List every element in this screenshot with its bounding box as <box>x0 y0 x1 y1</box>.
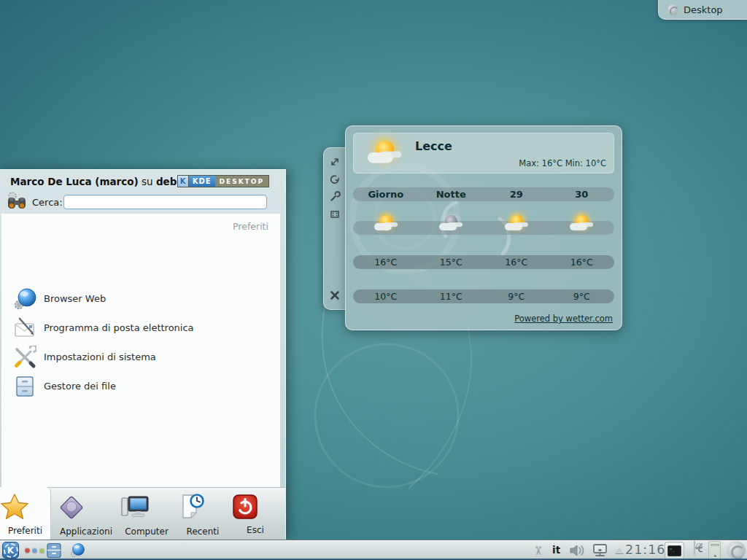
menu-item-system-settings[interactable]: Impostazioni di sistema <box>1 343 280 371</box>
favorites-section-label: Preferiti <box>233 221 268 232</box>
desktop-toolbox-button[interactable]: Desktop <box>658 0 747 20</box>
weather-credit-link[interactable]: Powered by wetter.com <box>514 314 613 324</box>
user-host-title: Marco De Luca (marco) su debian <box>10 176 194 187</box>
user-name: Marco De Luca (marco) <box>10 176 139 187</box>
weather-header-condition-icon <box>365 141 403 169</box>
user-separator: su <box>142 176 153 187</box>
kde-menu-button[interactable]: K <box>2 542 19 559</box>
panel-toolbox-cashew[interactable] <box>727 541 746 560</box>
search-label: Cerca: <box>32 197 63 208</box>
weather-col-date1: 29 <box>484 189 549 200</box>
weather-high-temps-row: 16°C 15°C 16°C 16°C <box>353 255 614 269</box>
recent-documents-icon <box>177 493 228 522</box>
kde-logo-icon: K <box>178 176 189 187</box>
tab-computer[interactable]: Computer <box>119 488 174 540</box>
email-icon <box>13 316 36 340</box>
tab-label: Esci <box>247 525 264 535</box>
tab-label: Applicazioni <box>60 526 112 537</box>
high-temp: 16°C <box>353 257 419 268</box>
badge-desktop-label: DESKTOP <box>215 178 268 185</box>
toolbox-label: Desktop <box>684 4 723 15</box>
applications-icon <box>57 493 115 522</box>
network-monitor-icon[interactable] <box>592 543 608 558</box>
rotate-icon[interactable] <box>328 173 341 186</box>
narrow-tray-widget[interactable] <box>708 541 721 560</box>
desktop-background: Desktop Lecce Max: 16°C Min: 10°C Giorno… <box>0 0 747 560</box>
kde-desktop-badge: K KDE DESKTOP <box>177 175 269 187</box>
green-dot-icon <box>39 548 44 553</box>
terminal-tray-icon[interactable]: >_ <box>665 542 684 559</box>
tray-expander-arrow-icon[interactable] <box>615 548 624 553</box>
high-temp: 16°C <box>549 257 615 268</box>
menu-item-label: Gestore dei file <box>44 381 116 392</box>
bottom-panel: K ✂ it <box>0 540 747 560</box>
weather-col-day: Giorno <box>353 189 419 200</box>
menu-item-label: Programma di posta elettronica <box>44 322 194 333</box>
high-temp: 15°C <box>419 257 484 268</box>
weather-low-temps-row: 10°C 11°C 9°C 9°C <box>353 289 614 303</box>
system-settings-icon <box>13 346 36 369</box>
launcher-content: Preferiti Browser Web <box>1 214 280 487</box>
maximize-icon[interactable] <box>328 208 341 221</box>
condition-icon-night <box>438 215 464 235</box>
tab-label: Recenti <box>187 526 220 537</box>
digital-clock[interactable]: 21:16 <box>625 542 665 557</box>
tab-favorites[interactable]: Preferiti <box>0 487 51 540</box>
menu-item-email[interactable]: Programma di posta elettronica <box>1 314 280 342</box>
cashew-icon <box>667 4 678 15</box>
tab-label: Preferiti <box>8 526 42 536</box>
klipper-scissors-icon[interactable]: ✂ <box>531 545 546 556</box>
search-input[interactable] <box>63 195 267 209</box>
kickoff-launcher: Marco De Luca (marco) su debian K KDE DE… <box>0 169 286 540</box>
close-icon[interactable] <box>328 289 341 302</box>
volume-speaker-icon[interactable] <box>570 545 587 556</box>
weather-col-date2: 30 <box>549 189 615 200</box>
web-browser-icon <box>13 287 36 311</box>
file-manager-launcher-icon[interactable] <box>46 542 62 559</box>
web-browser-launcher-icon[interactable] <box>69 542 85 559</box>
weather-tray-applet[interactable]: °C <box>690 541 706 560</box>
keyboard-layout-indicator[interactable]: it <box>552 544 560 556</box>
tab-recent[interactable]: Recenti <box>177 488 228 540</box>
plasmoid-handle[interactable] <box>323 147 346 310</box>
tab-label: Computer <box>125 526 169 537</box>
file-manager-icon <box>13 375 36 398</box>
red-dot-icon <box>25 548 30 553</box>
launcher-tabbar: Preferiti Applicazioni <box>0 487 285 540</box>
weather-city: Lecce <box>415 139 452 153</box>
low-temp: 10°C <box>353 291 419 302</box>
computer-icon <box>119 493 174 522</box>
condition-icon-date2 <box>568 215 595 235</box>
badge-kde-label: KDE <box>189 176 215 187</box>
search-binoculars-icon <box>6 190 28 212</box>
menu-item-label: Impostazioni di sistema <box>44 351 156 362</box>
low-temp: 9°C <box>549 291 615 302</box>
weather-max-min: Max: 16°C Min: 10°C <box>519 158 606 168</box>
tab-leave[interactable]: Esci <box>231 488 279 540</box>
terminal-screen-icon: >_ <box>667 545 681 556</box>
blue-dot-icon <box>32 548 37 553</box>
weather-column-headers: Giorno Notte 29 30 <box>353 187 614 201</box>
menu-item-file-manager[interactable]: Gestore dei file <box>1 373 280 400</box>
menu-item-label: Browser Web <box>44 293 106 304</box>
activity-dots-applet[interactable] <box>25 548 44 553</box>
tab-applications[interactable]: Applicazioni <box>57 488 115 540</box>
weather-widget: Lecce Max: 16°C Min: 10°C Giorno Notte 2… <box>345 125 622 330</box>
low-temp: 11°C <box>419 291 484 302</box>
power-leave-icon <box>231 493 279 521</box>
weather-col-night: Notte <box>419 189 484 200</box>
condition-icon-day <box>373 215 399 235</box>
low-temp: 9°C <box>484 291 549 302</box>
weather-header: Lecce Max: 16°C Min: 10°C <box>353 133 614 174</box>
weather-condition-row <box>353 221 614 235</box>
menu-item-web-browser[interactable]: Browser Web <box>1 285 280 313</box>
star-icon <box>0 492 50 521</box>
resize-icon[interactable] <box>328 155 341 168</box>
high-temp: 16°C <box>484 257 549 268</box>
condition-icon-date1 <box>503 215 530 235</box>
configure-wrench-icon[interactable] <box>328 190 341 203</box>
no-data-icon <box>694 540 695 556</box>
